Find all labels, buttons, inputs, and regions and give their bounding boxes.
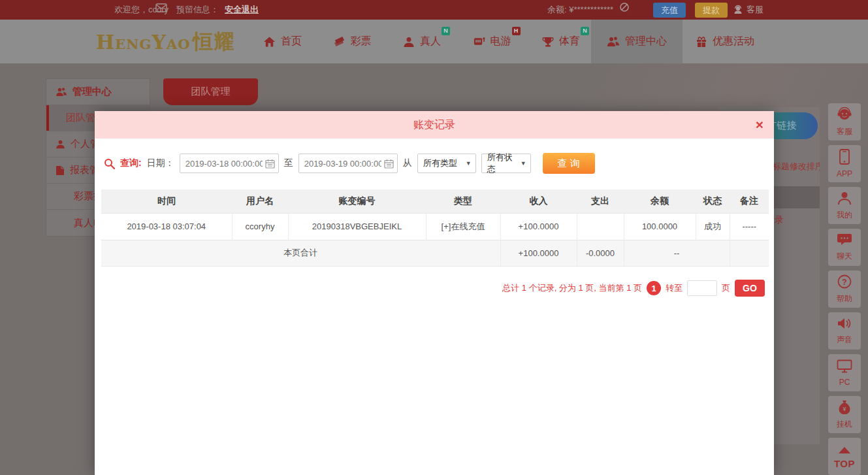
query-submit-button[interactable]: 查 询	[543, 153, 595, 174]
float-help-button[interactable]: ? 帮助	[828, 270, 861, 308]
cell-time: 2019-03-18 03:07:04	[101, 213, 232, 240]
table-row: 2019-03-18 03:07:04 ccoryhy 20190318VBGE…	[101, 213, 769, 240]
balance-label: 余额: ¥	[547, 5, 573, 14]
status-select[interactable]: 所有状态 ▼	[481, 154, 531, 173]
col-header-status: 状态	[696, 189, 730, 213]
from-label: 从	[403, 157, 412, 169]
float-item-label: PC	[839, 378, 850, 387]
col-header-income: 收入	[500, 189, 577, 213]
nav-item-label: 真人N	[420, 35, 441, 48]
sidebar-item-admin-center[interactable]: 管理中心	[46, 79, 150, 105]
nav-item-home[interactable]: 首页	[258, 20, 307, 63]
title-sort-link[interactable]: 标题修改排序	[773, 161, 820, 172]
nav-item-lottery[interactable]: 彩票	[327, 20, 378, 63]
page: 欢迎您，ccory 预留信息： 安全退出 余额: ¥************ 充…	[0, 0, 868, 475]
date-to-input[interactable]	[299, 154, 397, 172]
calendar-icon[interactable]	[265, 159, 275, 171]
tab-team-management[interactable]: 团队管理	[163, 78, 258, 105]
cell-status: 成功	[696, 213, 730, 240]
withdraw-button[interactable]: 提款	[695, 3, 728, 18]
nav-item-admin-center[interactable]: 管理中心	[591, 20, 683, 63]
float-service-button[interactable]: 客服	[828, 103, 861, 140]
goto-page-input[interactable]	[687, 280, 717, 296]
logout-link[interactable]: 安全退出	[225, 0, 259, 20]
float-mine-button[interactable]: 我的	[828, 187, 861, 224]
nav-item-sports[interactable]: 体育N	[534, 20, 588, 63]
report-icon	[56, 165, 65, 176]
date-to-field	[298, 154, 398, 173]
table-header-row: 时间 用户名 账变编号 类型 收入 支出 余额 状态 备注	[101, 189, 769, 213]
go-button[interactable]: GO	[735, 280, 765, 297]
float-pc-button[interactable]: PC	[828, 354, 861, 391]
phone-icon	[839, 149, 850, 167]
float-item-label: 我的	[837, 210, 852, 221]
goto-label: 转至	[666, 282, 683, 294]
nav-item-egames[interactable]: 电游H	[465, 20, 519, 63]
hot-badge: H	[512, 27, 521, 35]
col-header-time: 时间	[101, 189, 232, 213]
balance-masked: ************	[573, 5, 613, 14]
query-label: 查询:	[120, 157, 142, 169]
trophy-icon	[542, 36, 554, 48]
nav-item-label: 首页	[281, 35, 302, 48]
close-icon[interactable]: ×	[756, 117, 764, 133]
current-page-badge[interactable]: 1	[647, 281, 661, 295]
money-bag-icon: ¥	[837, 399, 852, 417]
query-toolbar: 查询: 日期： 至 从 所有类型 ▼ 所有状态 ▼ 查 询	[104, 152, 595, 174]
recharge-button[interactable]: 充值	[653, 3, 686, 18]
chat-icon	[837, 233, 852, 249]
topbar-service-button[interactable]: 客服	[733, 0, 764, 20]
cell-income: +100.0000	[500, 213, 577, 240]
nav-item-live[interactable]: 真人N	[395, 20, 449, 63]
nav-item-label: 优惠活动	[713, 35, 754, 48]
group-icon	[607, 36, 620, 47]
svg-text:¥: ¥	[843, 406, 846, 412]
date-label: 日期：	[147, 157, 174, 169]
nav-label-text: 真人	[420, 35, 441, 46]
float-hangup-button[interactable]: ¥ 挂机	[828, 396, 861, 433]
envelope-icon[interactable]	[155, 0, 167, 20]
nav-item-label: 体育N	[559, 35, 580, 48]
gift-icon	[696, 36, 707, 48]
float-item-label: 帮助	[837, 293, 852, 304]
speaker-icon	[837, 317, 852, 333]
chevron-down-icon: ▼	[521, 160, 526, 167]
home-icon	[263, 36, 276, 48]
float-item-label: 聊天	[837, 251, 852, 262]
float-chat-button[interactable]: 聊天	[828, 229, 861, 266]
nav-item-promotions[interactable]: 优惠活动	[683, 20, 767, 63]
cell-balance: 100.0000	[624, 213, 696, 240]
site-logo[interactable]: HengYao 恒耀	[96, 25, 234, 59]
summary-income: +100.0000	[500, 240, 577, 266]
modal-title: 账变记录	[95, 111, 774, 139]
search-icon	[104, 158, 115, 169]
cell-expense	[577, 213, 624, 240]
nav-item-label: 管理中心	[625, 35, 667, 48]
pagination-info: 总计 1 个记录, 分为 1 页, 当前第 1 页	[502, 282, 642, 294]
date-from-input[interactable]	[180, 154, 278, 172]
cell-note: -----	[730, 213, 769, 240]
live-person-icon	[403, 36, 415, 48]
account-change-modal: 账变记录 × 查询: 日期： 至 从 所有类型 ▼ 所	[95, 111, 774, 475]
sidebar-item-label: 管理中心	[72, 86, 112, 98]
summary-label: 本页合计	[101, 240, 500, 266]
col-header-note: 备注	[730, 189, 769, 213]
float-sound-button[interactable]: 声音	[828, 312, 861, 350]
new-badge: N	[442, 27, 450, 35]
float-app-button[interactable]: APP	[828, 145, 861, 182]
topbar: 欢迎您，ccory 预留信息： 安全退出 余额: ¥************ 充…	[0, 0, 868, 20]
page-unit-label: 页	[722, 282, 730, 294]
calendar-icon[interactable]	[384, 159, 394, 171]
hide-balance-icon[interactable]	[619, 0, 630, 20]
back-to-top-button[interactable]: TOP	[828, 438, 861, 475]
chevron-down-icon: ▼	[466, 160, 472, 167]
account-change-table: 时间 用户名 账变编号 类型 收入 支出 余额 状态 备注 2019-03-18…	[101, 189, 769, 267]
summary-note-empty	[730, 240, 769, 266]
nav-item-label: 彩票	[351, 35, 372, 48]
nav-label-text: 电游	[490, 35, 511, 46]
type-select[interactable]: 所有类型 ▼	[417, 154, 476, 173]
service-headset-icon	[733, 5, 743, 15]
group-icon	[56, 87, 67, 97]
pagination: 总计 1 个记录, 分为 1 页, 当前第 1 页 1 转至 页 GO	[502, 280, 765, 297]
float-item-label: 挂机	[837, 419, 852, 430]
